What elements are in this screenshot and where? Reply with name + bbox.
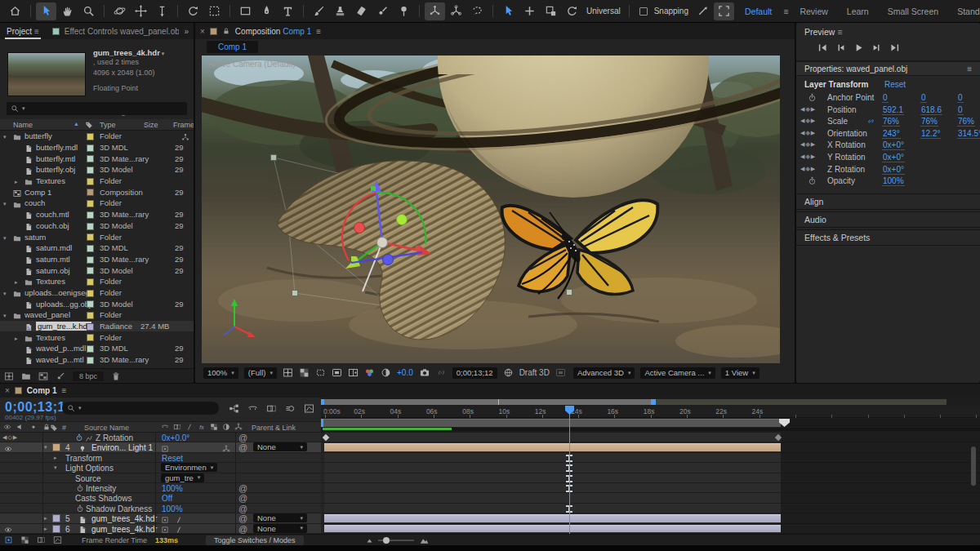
workspace-small-screen[interactable]: Small Screen <box>879 7 947 16</box>
project-row-saturn-mdl[interactable]: saturn.mdl3D MDL29 <box>0 242 194 254</box>
tool-pen[interactable] <box>256 2 277 20</box>
property-value[interactable]: 0 <box>920 93 927 103</box>
property-value[interactable]: 243° <box>882 129 901 139</box>
tool-rotation[interactable] <box>183 2 203 20</box>
grid-options-icon[interactable] <box>283 367 293 378</box>
renderer-dropdown[interactable]: Advanced 3D▾ <box>573 367 635 379</box>
col-type[interactable]: Type <box>100 121 116 129</box>
tool-eraser[interactable] <box>351 2 372 20</box>
project-row-couch[interactable]: ▾couchFolder <box>0 198 194 209</box>
close-tab-icon[interactable]: × <box>200 27 205 36</box>
timeline-tab-comp1[interactable]: Comp 1 <box>27 386 57 395</box>
tool-pan-camera[interactable] <box>131 2 151 20</box>
project-row-butterfly-obj[interactable]: butterfly.obj3D Model29 <box>0 164 194 176</box>
tool-type[interactable] <box>278 2 298 20</box>
toggle-switches-modes-button[interactable]: Toggle Switches / Modes <box>206 535 304 545</box>
item-name[interactable]: butterfly.mtl <box>36 154 75 163</box>
item-name[interactable]: saturn.obj <box>36 266 70 275</box>
project-row-saturn-mtl[interactable]: saturn.mtl3D Mate...rary29 <box>0 254 194 265</box>
project-row-gum-tre-k-hdr[interactable]: gum_tre...k.hdrRadiance27.4 MB <box>0 321 194 332</box>
vertical-scrollbar[interactable] <box>971 447 976 486</box>
project-row-textures[interactable]: ▸TexturesFolder <box>0 176 194 187</box>
item-name[interactable]: waved_panel <box>24 310 70 319</box>
color-depth-button[interactable]: 8 bpc <box>73 371 104 381</box>
view-count-dropdown[interactable]: 1 View▾ <box>721 367 760 379</box>
group-label[interactable]: Light Options <box>65 464 114 473</box>
timeline-row-shadow-darkness[interactable]: Shadow Darkness100%@ <box>0 504 321 513</box>
tool-gizmo-rotate[interactable] <box>562 2 582 20</box>
project-row-couch-obj[interactable]: couch.obj3D Model29 <box>0 220 194 232</box>
parent-link-column[interactable]: Parent & Link <box>252 424 296 432</box>
pick-whip-icon[interactable]: @ <box>238 442 247 452</box>
project-row-waved-p-mtl[interactable]: waved_p...mtl3D Mate...rary29 <box>0 354 194 366</box>
tool-gizmo-lasso[interactable] <box>467 2 488 20</box>
tool-gizmo-scale[interactable] <box>541 2 561 20</box>
twirl-open-icon[interactable]: ▾ <box>3 201 11 207</box>
twirl-open-icon[interactable]: ▾ <box>3 235 11 242</box>
project-row-butterfly[interactable]: ▾butterflyFolder <box>0 131 194 142</box>
property-label[interactable]: Intensity <box>86 484 116 493</box>
timeline-row-environ-light-1[interactable]: ▾4Environ... Light 1@None▾ <box>0 442 321 452</box>
project-row-couch-mtl[interactable]: couch.mtl3D Mate...rary29 <box>0 209 194 220</box>
twirl-open-icon[interactable]: ▾ <box>54 464 61 471</box>
gizmo-mode-label[interactable]: Universal <box>583 7 624 16</box>
time-navigator-bar[interactable] <box>321 399 980 405</box>
layer-color-swatch[interactable] <box>52 443 60 451</box>
camera-dropdown[interactable]: Active Camera ...▾ <box>640 367 715 379</box>
twirl-closed-icon[interactable]: ▸ <box>15 279 22 286</box>
property-value[interactable]: 76% <box>882 117 900 127</box>
tool-gizmo-position[interactable] <box>446 2 466 20</box>
timeline-tab-menu-icon[interactable]: ≡ <box>62 386 67 395</box>
tool-rectangle[interactable] <box>235 2 256 20</box>
project-row-textures[interactable]: ▸TexturesFolder <box>0 276 194 287</box>
sort-ascending-icon[interactable]: ▲ <box>74 121 79 127</box>
pick-whip-icon[interactable]: @ <box>238 513 247 523</box>
pick-whip-icon[interactable]: @ <box>238 524 247 534</box>
property-label[interactable]: Casts Shadows <box>75 494 131 503</box>
tool-home[interactable] <box>5 2 25 20</box>
item-name[interactable]: couch.obj <box>36 221 69 230</box>
project-row-butterfly-mdl[interactable]: butterfly.mdl3D MDL29 <box>0 142 194 153</box>
tool-hand[interactable] <box>57 2 78 20</box>
item-name[interactable]: waved_p...mdl <box>36 344 86 353</box>
time-ruler[interactable]: 0:00s02s04s06s08s10s12s14s16s18s20s22s24… <box>321 406 980 418</box>
project-row-waved-p-mdl[interactable]: waved_p...mdl3D MDL29 <box>0 343 194 354</box>
panel-menu-icon[interactable]: ≡ <box>316 27 321 36</box>
keyframe-navigator[interactable]: ◀◆▶ <box>800 166 816 172</box>
interpret-footage-icon[interactable] <box>4 371 14 381</box>
project-row-textures[interactable]: ▸TexturesFolder <box>0 331 194 343</box>
timeline-search[interactable]: ▾ <box>62 402 219 415</box>
property-value[interactable]: 0x+0° <box>882 165 905 175</box>
source-name-column[interactable]: Source Name <box>84 424 129 432</box>
panel-section-align[interactable]: Align <box>796 193 980 210</box>
property-value[interactable]: 100% <box>882 176 905 186</box>
item-name[interactable]: uploads...gg.obj <box>36 300 91 309</box>
tool-camera[interactable] <box>204 2 225 20</box>
property-label[interactable]: Source <box>75 474 101 483</box>
tab-project[interactable]: Project ≡ <box>5 24 41 38</box>
view-layout-icon[interactable] <box>348 367 359 378</box>
region-of-interest-icon[interactable] <box>315 367 326 378</box>
timeline-row-casts-shadows[interactable]: Casts ShadowsOff@ <box>0 493 321 503</box>
channel-rgb-icon[interactable] <box>364 367 375 378</box>
layer-color-swatch[interactable] <box>52 525 60 533</box>
property-value[interactable]: 0 <box>882 93 889 103</box>
item-name[interactable]: Textures <box>36 333 65 342</box>
keyframe-navigator[interactable]: ◀◆▶ <box>800 153 816 160</box>
tool-puppet-pin[interactable] <box>394 2 414 20</box>
pick-whip-icon[interactable]: @ <box>238 504 247 513</box>
layer-name[interactable]: gum_trees_4k.hdr <box>91 514 158 523</box>
tool-selection[interactable] <box>36 2 56 20</box>
viewer-subtab-comp1[interactable]: Comp 1 <box>207 41 258 53</box>
project-row-waved-panel[interactable]: ▾waved_panelFolder <box>0 309 194 321</box>
project-row-saturn-obj[interactable]: saturn.obj3D Model29 <box>0 264 194 276</box>
property-value[interactable]: 0x+0° <box>882 153 905 162</box>
col-frame-rate[interactable]: Frame I <box>173 121 194 129</box>
first-frame-button[interactable] <box>817 42 828 53</box>
item-name[interactable]: butterfly.obj <box>36 165 75 174</box>
property-value[interactable]: 76% <box>920 117 938 127</box>
pick-whip-icon[interactable]: @ <box>238 493 247 503</box>
property-value[interactable]: 12.2° <box>920 129 941 139</box>
footage-name[interactable]: gum_trees_4k.hdr <box>93 48 160 57</box>
tool-roto-brush[interactable] <box>372 2 393 20</box>
